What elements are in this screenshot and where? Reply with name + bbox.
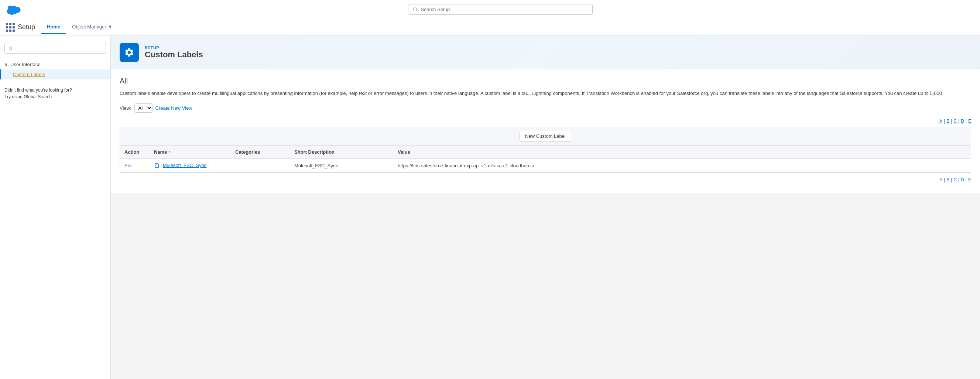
second-nav: Setup Home Object Manager ▼: [0, 19, 980, 35]
row-icon: [154, 162, 160, 169]
nav-tabs: Home Object Manager ▼: [41, 20, 119, 34]
alpha-D[interactable]: D: [961, 119, 964, 124]
create-new-view-link[interactable]: Create New View: [156, 105, 192, 111]
col-header-name[interactable]: Name ↑: [150, 145, 231, 159]
chevron-down-icon: ▼: [108, 24, 113, 30]
new-custom-label-button[interactable]: New Custom Label: [520, 131, 571, 142]
name-link[interactable]: Mulesoft_FSC_Sync: [163, 162, 207, 168]
table-row: Edit Mulesoft_FSC_Sync Mulesoft_FSC_Sync…: [120, 158, 971, 172]
chevron-down-icon: ∨: [5, 62, 8, 67]
section-description: Custom labels enable developers to creat…: [119, 90, 971, 97]
alpha-bottom-E[interactable]: E: [968, 177, 971, 183]
table-header-row: Action Name ↑ Categories: [120, 145, 971, 159]
section-title: All: [119, 77, 971, 85]
svg-point-0: [414, 7, 417, 11]
alpha-nav-top: A | B | C | D | E: [119, 117, 971, 127]
svg-point-2: [9, 46, 11, 49]
sidebar: custom la ∨ User Interface Custom Labels…: [0, 35, 111, 379]
alpha-bottom-D[interactable]: D: [961, 177, 964, 183]
search-container: [27, 4, 974, 15]
alpha-E[interactable]: E: [968, 119, 971, 124]
cell-value: https://fins-salesforce-financial-exp-ap…: [393, 158, 971, 172]
cell-action: Edit: [120, 158, 150, 172]
cell-categories: [231, 158, 290, 172]
svg-line-1: [416, 10, 417, 11]
sort-icon: ↑: [169, 150, 170, 154]
col-header-short-description: Short Description: [290, 145, 393, 159]
sidebar-section-title: User Interface: [10, 62, 41, 67]
view-select[interactable]: All: [134, 104, 153, 113]
data-table-container: New Custom Label Action Name ↑: [119, 127, 971, 173]
alpha-B[interactable]: B: [947, 119, 949, 124]
top-nav: [0, 0, 980, 19]
page-header: SETUP Custom Labels: [111, 35, 980, 70]
gear-icon: [124, 47, 134, 57]
sidebar-item-custom-labels[interactable]: Custom Labels: [0, 70, 110, 80]
col-header-action: Action: [120, 145, 150, 159]
content-area: SETUP Custom Labels All Custom labels en…: [111, 35, 980, 379]
setup-label: SETUP: [145, 45, 203, 50]
alpha-bottom-C[interactable]: C: [953, 177, 957, 183]
search-icon: [413, 7, 418, 12]
sidebar-hint: Didn't find what you're looking for? Try…: [0, 81, 110, 106]
cell-name: Mulesoft_FSC_Sync: [150, 158, 231, 172]
page-header-inner: SETUP Custom Labels: [111, 35, 980, 70]
col-header-categories: Categories: [231, 145, 290, 159]
setup-title: Setup: [18, 23, 35, 31]
alpha-A[interactable]: A: [939, 119, 942, 124]
tab-home[interactable]: Home: [41, 20, 66, 34]
sidebar-section-header-user-interface[interactable]: ∨ User Interface: [0, 59, 110, 70]
page-body: All Custom labels enable developers to c…: [111, 70, 980, 193]
custom-labels-table: Action Name ↑ Categories: [120, 145, 971, 173]
tab-object-manager[interactable]: Object Manager ▼: [66, 20, 118, 34]
alpha-bottom-B[interactable]: B: [947, 177, 949, 183]
edit-link[interactable]: Edit: [124, 163, 132, 169]
sidebar-search-icon: [8, 46, 13, 51]
page-header-icon: [119, 43, 139, 62]
global-search-bar[interactable]: [408, 4, 593, 15]
alpha-nav-bottom: A | B | C | D | E: [119, 176, 971, 185]
sidebar-search-input[interactable]: custom la: [15, 45, 102, 51]
view-row: View: All Create New View: [119, 104, 971, 113]
cell-short-description: Mulesoft_FSC_Sync: [290, 158, 393, 172]
page-title: Custom Labels: [145, 50, 203, 59]
global-search-input[interactable]: [421, 6, 588, 12]
sidebar-search-container[interactable]: custom la: [5, 43, 106, 54]
alpha-C[interactable]: C: [953, 119, 957, 124]
alpha-bottom-A[interactable]: A: [939, 177, 942, 183]
svg-line-3: [11, 49, 12, 50]
table-toolbar: New Custom Label: [120, 127, 971, 145]
app-launcher-icon[interactable]: [6, 23, 15, 32]
salesforce-logo: [6, 5, 21, 15]
view-label: View:: [119, 105, 132, 111]
sidebar-section-user-interface: ∨ User Interface Custom Labels: [0, 58, 110, 81]
col-header-value: Value: [393, 145, 971, 159]
main-layout: custom la ∨ User Interface Custom Labels…: [0, 35, 980, 379]
page-header-text: SETUP Custom Labels: [145, 45, 203, 59]
